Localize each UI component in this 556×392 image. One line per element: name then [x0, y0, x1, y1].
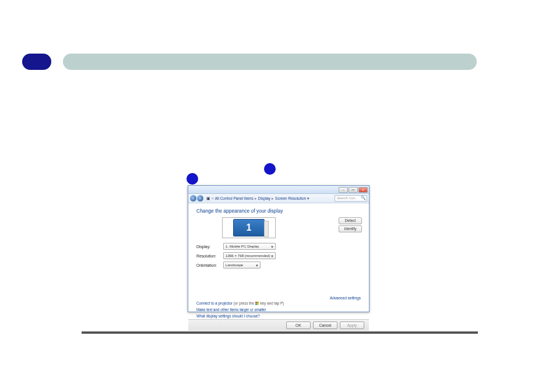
titlebar[interactable]: – ▭ ×	[188, 186, 369, 194]
breadcrumb-item[interactable]: Screen Resolution	[275, 196, 306, 200]
minimize-button[interactable]: –	[339, 187, 348, 193]
footer-divider	[82, 331, 478, 334]
page-badge	[22, 54, 51, 70]
callout-marker-1	[186, 173, 198, 185]
connect-projector-link[interactable]: Connect to a projector	[196, 301, 233, 305]
resolution-value: 1366 × 768 (recommended)	[226, 253, 270, 257]
advanced-settings-link[interactable]: Advanced settings	[330, 296, 361, 300]
breadcrumb-icon: ▣	[206, 196, 210, 201]
monitor-icon[interactable]: 1	[233, 219, 265, 236]
windows-logo-icon	[255, 302, 259, 305]
page-title: Change the appearance of your display	[196, 208, 362, 214]
breadcrumb-sep: «	[212, 196, 214, 200]
screen-resolution-dialog: – ▭ × ‹ › ▣ « All Control Panel Items ▸ …	[188, 185, 370, 312]
chevron-down-icon: ▼	[255, 263, 259, 269]
orientation-select[interactable]: Landscape ▼	[223, 262, 261, 269]
address-dropdown[interactable]: ▾	[307, 196, 309, 201]
display-label: Display:	[196, 245, 223, 249]
display-preview[interactable]: 1	[222, 217, 276, 238]
close-button[interactable]: ×	[358, 187, 368, 193]
display-select[interactable]: 1. Mobile PC Display ▼	[223, 243, 276, 250]
projector-hint-after: key and tap P)	[261, 301, 284, 305]
search-input[interactable]: Search Con...	[335, 195, 367, 202]
back-button[interactable]: ‹	[190, 195, 196, 202]
breadcrumb-item[interactable]: Display	[258, 196, 270, 200]
resolution-select[interactable]: 1366 × 768 (recommended) ▼	[223, 252, 276, 259]
ok-button[interactable]: OK	[286, 322, 311, 329]
callout-marker-2	[264, 163, 276, 175]
orientation-value: Landscape	[226, 263, 243, 267]
apply-button[interactable]: Apply	[340, 322, 364, 329]
maximize-button[interactable]: ▭	[349, 187, 358, 193]
make-text-larger-link[interactable]: Make text and other items larger or smal…	[196, 306, 361, 313]
chevron-down-icon: ▼	[270, 244, 274, 250]
detect-button[interactable]: Detect	[339, 217, 362, 224]
display-value: 1. Mobile PC Display	[226, 244, 259, 248]
what-settings-link[interactable]: What display settings should I choose?	[196, 313, 361, 319]
orientation-label: Orientation:	[196, 263, 223, 267]
chevron-right-icon: ▸	[272, 196, 274, 201]
identify-button[interactable]: Identify	[339, 225, 362, 232]
chevron-right-icon: ▸	[255, 196, 257, 201]
resolution-label: Resolution:	[196, 254, 223, 258]
page-banner	[63, 54, 477, 70]
button-bar: OK Cancel Apply	[188, 319, 369, 331]
address-bar: ‹ › ▣ « All Control Panel Items ▸ Displa…	[188, 194, 369, 203]
chevron-down-icon: ▼	[270, 253, 274, 259]
projector-hint: (or press the	[234, 301, 255, 305]
cancel-button[interactable]: Cancel	[313, 322, 337, 329]
breadcrumb-item[interactable]: All Control Panel Items	[215, 196, 254, 200]
forward-button[interactable]: ›	[197, 195, 203, 202]
